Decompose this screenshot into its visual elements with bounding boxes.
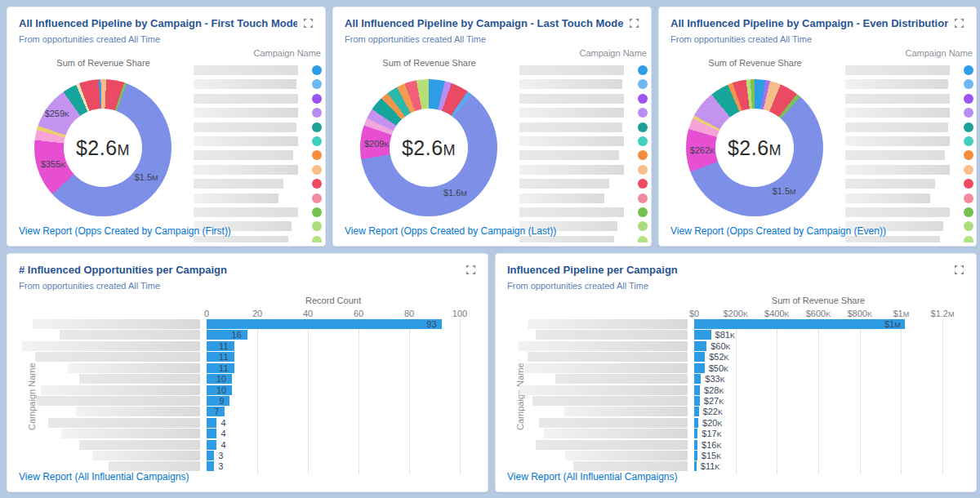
legend-item [519, 65, 648, 75]
x-axis-tick: 60 [354, 309, 363, 318]
legend-color-dot [964, 236, 973, 242]
bar-value-label: $28K [704, 385, 724, 396]
bar[interactable] [207, 461, 214, 471]
view-report-link[interactable]: View Report (All Influential Campaigns) [507, 471, 678, 482]
bar[interactable] [207, 440, 216, 450]
bar-value-label: $22K [703, 407, 723, 417]
expand-button[interactable] [629, 17, 640, 29]
bar[interactable] [694, 319, 905, 329]
bar-row: 4 [207, 418, 460, 428]
x-axis-tick: $600K [806, 309, 831, 318]
legend-label-redacted [519, 207, 624, 217]
legend-label-redacted [845, 136, 950, 146]
bar[interactable] [694, 396, 700, 406]
panel-title: All Influenced Pipeline by Campaign - Fi… [19, 17, 297, 29]
donut-chart[interactable]: $2.6M $1.5M$262K [686, 79, 823, 216]
x-axis-tick: $400K [764, 309, 790, 318]
legend-item [194, 150, 322, 160]
legend-label-redacted [845, 122, 948, 132]
legend-rows [845, 65, 973, 242]
category-label-redacted [60, 330, 200, 340]
panel-title: Influenced Pipeline per Campaign [507, 264, 948, 276]
bar[interactable] [694, 451, 697, 460]
bar-chart[interactable]: $1M$81K$60K$52K$50K$33K$28K$27K$22K$20K$… [694, 319, 942, 476]
gridline [942, 319, 943, 474]
bar[interactable] [207, 451, 214, 460]
bar[interactable] [694, 330, 711, 340]
legend-item [845, 207, 973, 217]
category-label-redacted [79, 440, 200, 450]
category-label-redacted [48, 418, 200, 428]
legend-label-redacted [519, 179, 609, 189]
category-label-redacted [524, 363, 688, 373]
bar-row: $22K [694, 407, 942, 416]
donut-slice-value: $259K [45, 109, 70, 118]
legend-label-redacted [845, 165, 950, 175]
bar[interactable] [207, 396, 229, 406]
legend-color-dot [638, 236, 648, 242]
legend-color-dot [312, 165, 322, 175]
legend-title: Campaign Name [845, 48, 973, 58]
panel-even-distribution-model: All Influenced Pipeline by Campaign - Ev… [658, 7, 977, 247]
donut-chart[interactable]: $2.6M $1.6M$209K [360, 79, 497, 216]
bar[interactable] [694, 461, 697, 471]
legend-color-dot [964, 136, 973, 146]
expand-button[interactable] [954, 264, 965, 275]
category-label-redacted [519, 385, 688, 395]
view-report-link[interactable]: View Report (Opps Created by Campaign (E… [670, 225, 886, 237]
view-report-link[interactable]: View Report (All Influential Campaigns) [19, 471, 189, 482]
legend-color-dot [638, 94, 648, 104]
expand-button[interactable] [954, 17, 965, 29]
legend-item [519, 108, 648, 118]
expand-icon [954, 265, 965, 275]
donut-slice-value: $355K [41, 159, 66, 169]
bar[interactable] [694, 385, 700, 395]
legend-label-redacted [194, 179, 283, 189]
category-label-redacted [37, 396, 200, 406]
bar-row: $50K [694, 363, 942, 373]
donut-slice-value: $1.6M [443, 188, 467, 198]
bar-row: $52K [694, 352, 942, 362]
legend-item [845, 136, 973, 146]
panel-influenced-opportunities: # Influenced Opportunities per Campaign … [7, 253, 488, 492]
campaign-legend: Campaign Name [845, 48, 973, 242]
bar[interactable] [694, 429, 697, 438]
bar[interactable] [207, 319, 442, 329]
panel-subtitle: From opportunities created All Time [345, 34, 486, 44]
legend-color-dot [964, 193, 973, 203]
view-report-link[interactable]: View Report (Opps Created by Campaign (L… [345, 225, 556, 237]
donut-chart[interactable]: $2.6M $1.5M$355K$259K [34, 79, 172, 216]
bar[interactable] [207, 418, 216, 428]
bar[interactable] [694, 341, 706, 351]
bar-value-label: 93 [426, 319, 436, 329]
expand-icon [629, 18, 640, 29]
donut-slice-value: $1.5M [773, 186, 796, 196]
legend-label-redacted [845, 179, 935, 189]
expand-button[interactable] [303, 17, 314, 29]
legend-color-dot [638, 179, 648, 189]
bar[interactable] [694, 440, 697, 450]
bar[interactable] [694, 418, 698, 428]
bar[interactable] [694, 407, 699, 416]
bar-chart[interactable]: 931611111110109744433 [207, 319, 460, 476]
category-label-redacted [33, 319, 200, 329]
category-label-redacted [539, 418, 688, 428]
bar[interactable] [207, 429, 216, 438]
category-label-redacted [109, 461, 200, 471]
bar[interactable] [694, 374, 701, 384]
bar-row: $1M [694, 319, 942, 329]
x-axis-tick: 20 [252, 309, 262, 318]
bar[interactable] [694, 363, 705, 373]
category-label-redacted [565, 451, 688, 460]
expand-button[interactable] [466, 264, 477, 275]
legend-label-redacted [194, 207, 298, 217]
x-axis-tick: 100 [452, 309, 467, 318]
x-axis-title: Sum of Revenue Share [694, 296, 942, 305]
category-label-redacted [528, 352, 688, 362]
category-label-redacted [35, 352, 200, 362]
expand-icon [954, 18, 965, 29]
view-report-link[interactable]: View Report (Opps Created by Campaign (F… [19, 225, 231, 237]
category-label-redacted [555, 374, 688, 384]
bar[interactable] [694, 352, 705, 362]
legend-color-dot [964, 179, 973, 189]
